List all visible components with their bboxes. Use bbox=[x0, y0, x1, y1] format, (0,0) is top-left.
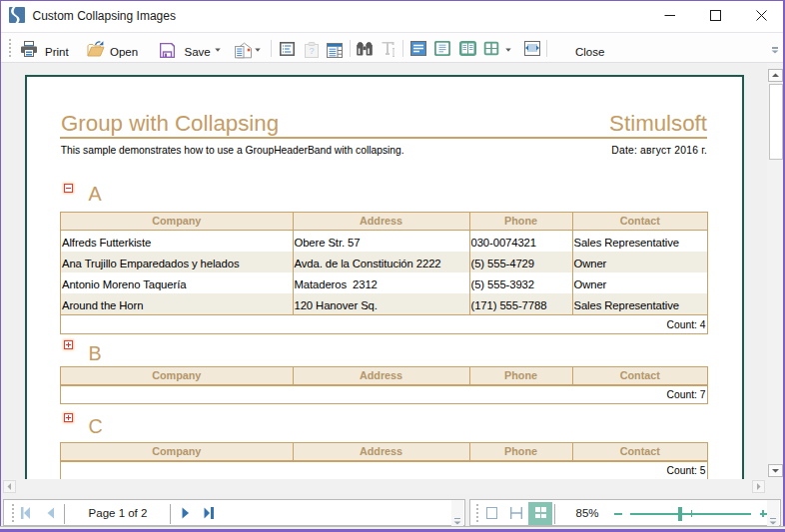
svg-text:?: ? bbox=[309, 46, 314, 56]
